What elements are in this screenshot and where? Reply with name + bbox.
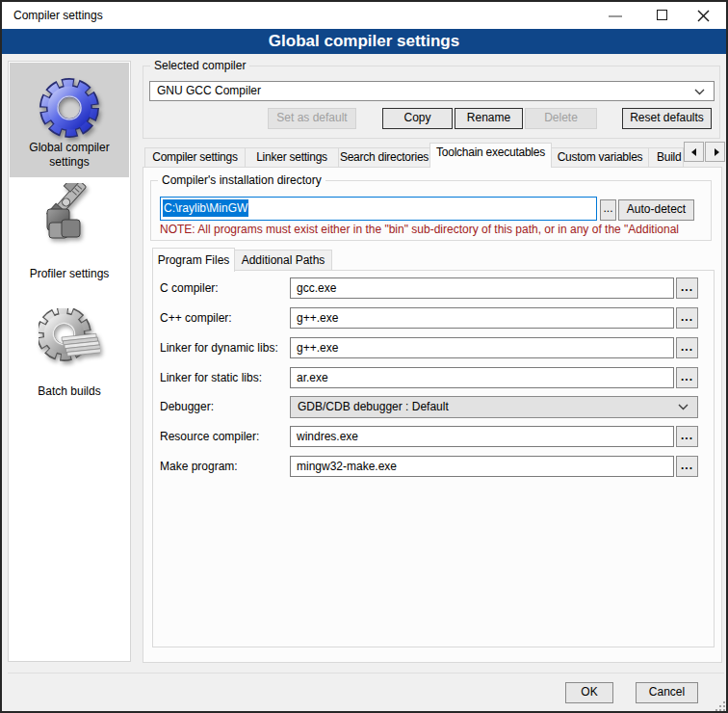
field-label: C++ compiler: <box>160 307 232 329</box>
delete-button[interactable]: Delete <box>525 108 597 129</box>
dialog-header-title: Global compiler settings <box>2 29 726 54</box>
bin-subdirectory-note: NOTE: All programs must exist either in … <box>160 223 699 236</box>
static-linker-browse-button[interactable]: ... <box>676 367 698 388</box>
browse-directory-button[interactable]: ... <box>600 199 616 221</box>
debugger-select-value: GDB/CDB debugger : Default <box>298 400 449 413</box>
c-compiler-input[interactable]: gcc.exe <box>290 277 674 299</box>
group-label: Compiler's installation directory <box>158 173 325 187</box>
cancel-button[interactable]: Cancel <box>636 682 698 703</box>
chevron-down-icon <box>678 404 689 410</box>
tab-build-options[interactable]: Build options <box>648 147 684 167</box>
tab-custom-variables[interactable]: Custom variables <box>551 147 649 167</box>
selected-text: C:\raylib\MinGW <box>163 199 248 217</box>
tab-scroll-left-button[interactable] <box>684 142 704 162</box>
chevron-down-icon <box>694 89 705 95</box>
gray-gear-stack-icon <box>39 308 100 370</box>
debugger-select[interactable]: GDB/CDB debugger : Default <box>290 396 698 418</box>
tab-search-directories[interactable]: Search directories <box>338 147 430 167</box>
close-button[interactable] <box>689 2 717 29</box>
arrow-right-icon <box>715 148 719 156</box>
field-label: Make program: <box>160 456 238 477</box>
ok-button[interactable]: OK <box>565 682 613 703</box>
close-icon <box>689 2 717 29</box>
installation-directory-input[interactable]: C:\raylib\MinGW <box>160 197 597 221</box>
blue-gear-icon <box>39 77 100 139</box>
tab-linker-settings[interactable]: Linker settings <box>245 147 339 167</box>
copy-button[interactable]: Copy <box>382 108 453 129</box>
make-program-input[interactable]: mingw32-make.exe <box>290 456 674 477</box>
compiler-select[interactable]: GNU GCC Compiler <box>149 81 715 101</box>
dynamic-linker-input[interactable]: g++.exe <box>290 337 674 358</box>
reset-defaults-button[interactable]: Reset defaults <box>622 108 712 129</box>
field-label: Linker for static libs: <box>160 367 262 388</box>
compiler-select-value: GNU GCC Compiler <box>157 84 261 97</box>
maximize-icon <box>657 10 667 20</box>
dynamic-linker-browse-button[interactable]: ... <box>676 337 698 358</box>
tab-compiler-settings[interactable]: Compiler settings <box>144 147 246 167</box>
window-title: Compiler settings <box>13 9 103 22</box>
resize-grip[interactable] <box>715 701 717 703</box>
group-label: Selected compiler <box>150 59 249 72</box>
settings-category-list: Global compiler settings <box>8 61 131 662</box>
auto-detect-button[interactable]: Auto-detect <box>618 199 694 221</box>
maximize-button[interactable] <box>648 2 677 29</box>
caliper-blocks-icon <box>39 183 100 245</box>
compiler-settings-dialog: Compiler settings Global compiler settin… <box>0 0 728 713</box>
minimize-icon <box>609 15 622 17</box>
static-linker-input[interactable]: ar.exe <box>290 367 674 388</box>
cpp-compiler-input[interactable]: g++.exe <box>290 307 674 329</box>
titlebar: Compiler settings <box>2 2 726 29</box>
tab-toolchain-executables[interactable]: Toolchain executables <box>429 143 552 168</box>
make-program-browse-button[interactable]: ... <box>676 456 698 477</box>
arrow-left-icon <box>691 148 696 156</box>
field-label: Debugger: <box>160 396 214 417</box>
field-label: C compiler: <box>160 277 219 299</box>
rename-button[interactable]: Rename <box>455 108 523 129</box>
cpp-compiler-browse-button[interactable]: ... <box>676 307 698 329</box>
c-compiler-browse-button[interactable]: ... <box>676 277 698 299</box>
sidebar-label: Batch builds <box>11 384 128 399</box>
sidebar-label: Global compiler settings <box>11 141 128 170</box>
subtab-program-files[interactable]: Program Files <box>152 248 235 272</box>
footer-divider <box>8 673 724 673</box>
field-label: Linker for dynamic libs: <box>160 337 278 358</box>
field-label: Resource compiler: <box>160 426 259 447</box>
set-as-default-button[interactable]: Set as default <box>268 108 356 129</box>
subtab-additional-paths[interactable]: Additional Paths <box>234 250 332 270</box>
minimize-button[interactable] <box>601 2 630 29</box>
resource-compiler-browse-button[interactable]: ... <box>676 426 698 447</box>
resource-compiler-input[interactable]: windres.exe <box>290 426 674 447</box>
sidebar-label: Profiler settings <box>11 267 128 281</box>
tab-scroll-right-button[interactable] <box>705 142 725 162</box>
